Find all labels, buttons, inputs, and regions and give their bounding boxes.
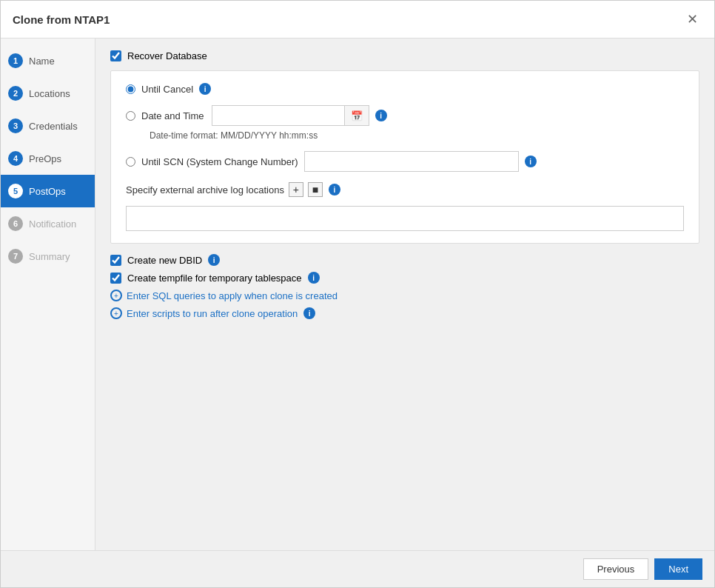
- step-num-preops: 4: [8, 151, 23, 166]
- step-num-locations: 2: [8, 86, 23, 101]
- dialog-footer: Previous Next: [1, 550, 714, 587]
- sidebar: 1 Name 2 Locations 3 Credentials 4 PreOp…: [1, 39, 95, 550]
- date-format-hint: Date-time format: MM/DD/YYYY hh:mm:ss: [150, 130, 684, 141]
- main-content: Recover Database Until Cancel i Date and…: [95, 39, 714, 550]
- sidebar-item-label-summary: Summary: [29, 251, 70, 262]
- calendar-button[interactable]: 📅: [345, 105, 369, 126]
- dialog-title: Clone from NTAP1: [13, 13, 110, 26]
- sidebar-item-label-locations: Locations: [29, 88, 70, 99]
- recovery-options-box: Until Cancel i Date and Time 📅 i Date-ti…: [110, 70, 699, 244]
- sidebar-item-notification[interactable]: 6 Notification: [1, 207, 95, 240]
- scn-label: Until SCN (System Change Number): [141, 156, 298, 167]
- step-num-credentials: 3: [8, 118, 23, 133]
- step-num-summary: 7: [8, 249, 23, 264]
- step-num-name: 1: [8, 53, 23, 68]
- recover-db-row: Recover Database: [110, 50, 699, 61]
- until-cancel-radio[interactable]: [126, 84, 135, 94]
- until-cancel-info-icon[interactable]: i: [199, 83, 211, 95]
- archive-log-label: Specify external archive log locations: [126, 184, 284, 196]
- dialog-title-bar: Clone from NTAP1 ✕: [1, 1, 714, 39]
- date-time-label: Date and Time: [141, 110, 204, 121]
- dialog-body: 1 Name 2 Locations 3 Credentials 4 PreOp…: [1, 39, 714, 550]
- sidebar-item-name[interactable]: 1 Name: [1, 44, 95, 77]
- date-time-input[interactable]: [212, 105, 345, 126]
- sidebar-item-postops[interactable]: 5 PostOps: [1, 175, 95, 207]
- calendar-icon: 📅: [351, 110, 363, 121]
- archive-log-row: Specify external archive log locations +…: [126, 182, 684, 197]
- scn-row: Until SCN (System Change Number) i: [126, 151, 684, 172]
- create-dbid-row: Create new DBID i: [110, 254, 699, 266]
- sidebar-item-preops[interactable]: 4 PreOps: [1, 142, 95, 175]
- close-button[interactable]: ✕: [682, 10, 702, 29]
- create-tempfile-checkbox[interactable]: [110, 273, 121, 284]
- previous-button[interactable]: Previous: [583, 558, 649, 580]
- step-num-postops: 5: [8, 184, 23, 198]
- sidebar-item-label-credentials: Credentials: [29, 121, 78, 132]
- scn-radio[interactable]: [126, 157, 135, 167]
- sidebar-item-credentials[interactable]: 3 Credentials: [1, 110, 95, 142]
- scripts-link[interactable]: Enter scripts to run after clone operati…: [127, 308, 298, 319]
- archive-log-add-button[interactable]: +: [289, 182, 303, 197]
- recover-database-checkbox[interactable]: [110, 50, 121, 61]
- sidebar-item-locations[interactable]: 2 Locations: [1, 77, 95, 110]
- archive-log-info-icon[interactable]: i: [329, 184, 340, 196]
- scn-input[interactable]: [304, 151, 519, 172]
- sidebar-item-label-preops: PreOps: [29, 153, 61, 164]
- create-tempfile-info-icon[interactable]: i: [308, 272, 320, 284]
- date-time-radio[interactable]: [126, 111, 135, 121]
- until-cancel-label: Until Cancel: [141, 84, 193, 95]
- clone-dialog: Clone from NTAP1 ✕ 1 Name 2 Locations 3 …: [0, 0, 715, 588]
- next-button[interactable]: Next: [654, 558, 702, 580]
- create-dbid-label: Create new DBID: [127, 255, 202, 266]
- create-dbid-info-icon[interactable]: i: [208, 254, 220, 266]
- sql-queries-expand-icon[interactable]: +: [110, 290, 122, 301]
- create-tempfile-row: Create tempfile for temporary tablespace…: [110, 272, 699, 284]
- sidebar-item-label-notification: Notification: [29, 218, 76, 230]
- sql-queries-link[interactable]: Enter SQL queries to apply when clone is…: [127, 290, 338, 301]
- date-time-info-icon[interactable]: i: [375, 110, 387, 121]
- date-time-row: Date and Time 📅 i: [126, 105, 684, 126]
- scripts-row: + Enter scripts to run after clone opera…: [110, 307, 699, 319]
- recover-database-label: Recover Database: [127, 50, 207, 61]
- until-cancel-row: Until Cancel i: [126, 83, 684, 95]
- create-tempfile-label: Create tempfile for temporary tablespace: [127, 273, 302, 284]
- scripts-info-icon[interactable]: i: [303, 307, 315, 319]
- sidebar-item-summary[interactable]: 7 Summary: [1, 240, 95, 273]
- create-dbid-checkbox[interactable]: [110, 255, 121, 266]
- sidebar-item-label-name: Name: [29, 56, 55, 67]
- scripts-expand-icon[interactable]: +: [110, 307, 122, 319]
- archive-log-remove-button[interactable]: ■: [308, 182, 323, 197]
- step-num-notification: 6: [8, 216, 23, 231]
- sql-queries-row: + Enter SQL queries to apply when clone …: [110, 290, 699, 301]
- scn-info-icon[interactable]: i: [525, 156, 537, 167]
- archive-log-input[interactable]: [126, 206, 684, 231]
- sidebar-item-label-postops: PostOps: [29, 186, 66, 197]
